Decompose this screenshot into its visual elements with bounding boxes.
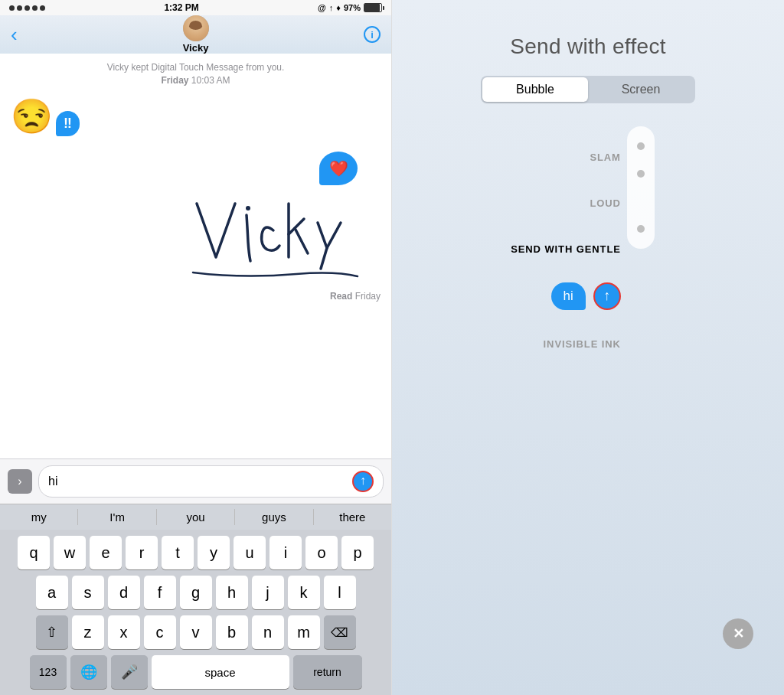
key-n[interactable]: n xyxy=(252,615,284,649)
info-button[interactable]: i xyxy=(364,26,381,43)
scroll-dot-invisible[interactable] xyxy=(637,225,645,233)
battery-icon xyxy=(364,3,382,12)
autocomplete-there[interactable]: there xyxy=(314,509,391,525)
avatar[interactable] xyxy=(183,15,209,41)
effects-labels: SLAM LOUD SEND WITH GENTLE hi ↑ xyxy=(511,126,621,367)
handwriting-area: ❤️ R xyxy=(11,152,381,302)
effect-slam[interactable]: SLAM xyxy=(590,134,620,180)
status-bar: 1:32 PM @ ↑ ♦ 97% xyxy=(0,0,391,15)
key-f[interactable]: f xyxy=(144,576,176,609)
key-w[interactable]: w xyxy=(54,536,86,569)
exclaim-text: ‼ xyxy=(64,116,72,132)
effect-loud[interactable]: LOUD xyxy=(590,180,620,226)
signal-dots xyxy=(9,5,45,11)
key-c[interactable]: c xyxy=(144,615,176,649)
key-y[interactable]: y xyxy=(198,536,230,569)
key-r[interactable]: r xyxy=(126,536,158,569)
cancel-area: ✕ xyxy=(723,618,769,672)
autocomplete-guys[interactable]: guys xyxy=(235,509,313,525)
globe-key[interactable]: 🌐 xyxy=(70,655,107,689)
space-key[interactable]: space xyxy=(152,655,289,689)
key-e[interactable]: e xyxy=(90,536,122,569)
key-q[interactable]: q xyxy=(18,536,50,569)
key-j[interactable]: j xyxy=(252,576,284,609)
message-input[interactable]: hi xyxy=(48,475,352,488)
invisible-ink-label: INVISIBLE INK xyxy=(544,338,621,350)
shift-key[interactable]: ⇧ xyxy=(36,615,68,649)
return-key[interactable]: return xyxy=(293,655,362,689)
input-area: › hi ↑ xyxy=(0,458,391,504)
system-message: Vicky kept Digital Touch Message from yo… xyxy=(11,61,381,87)
key-h[interactable]: h xyxy=(216,576,248,609)
sad-emoji: 😒 xyxy=(11,96,53,136)
key-v[interactable]: v xyxy=(180,615,212,649)
status-time: 1:32 PM xyxy=(164,2,198,13)
key-s[interactable]: s xyxy=(72,576,104,609)
scroll-dot-loud[interactable] xyxy=(637,170,645,178)
send-button[interactable]: ↑ xyxy=(352,471,374,492)
key-d[interactable]: d xyxy=(108,576,140,609)
cancel-button[interactable]: ✕ xyxy=(723,618,753,649)
apps-button[interactable]: › xyxy=(8,469,32,494)
messages-area: Vicky kept Digital Touch Message from yo… xyxy=(0,54,391,458)
nav-center: Vicky xyxy=(183,15,209,54)
key-x[interactable]: x xyxy=(108,615,140,649)
key-z[interactable]: z xyxy=(72,615,104,649)
effect-title: Send with effect xyxy=(510,34,666,59)
svg-point-0 xyxy=(246,206,250,210)
send-effect-arrow: ↑ xyxy=(603,288,610,304)
key-t[interactable]: t xyxy=(162,536,194,569)
battery-percent: 97% xyxy=(344,3,361,12)
segment-control: Bubble Screen xyxy=(481,76,695,103)
key-l[interactable]: l xyxy=(324,576,356,609)
key-k[interactable]: k xyxy=(288,576,320,609)
mic-key[interactable]: 🎤 xyxy=(111,655,148,689)
keyboard-row-1: q w e r t y u i o p xyxy=(3,536,388,569)
autocomplete-my[interactable]: my xyxy=(0,509,78,525)
effects-panel: Send with effect Bubble Screen SLAM LOUD xyxy=(392,0,784,695)
numbers-key[interactable]: 123 xyxy=(30,655,67,689)
autocomplete-bar: my I'm you guys there xyxy=(0,504,391,530)
key-u[interactable]: u xyxy=(234,536,266,569)
contact-name: Vicky xyxy=(183,42,209,54)
scrollbar-track xyxy=(627,126,655,249)
cancel-icon: ✕ xyxy=(733,625,744,642)
effects-main: SLAM LOUD SEND WITH GENTLE hi ↑ xyxy=(392,126,784,618)
bubble-text: hi xyxy=(564,289,573,303)
emoji-message-row: 😒 ‼ xyxy=(11,96,381,136)
effect-gentle[interactable]: SEND WITH GENTLE xyxy=(511,226,621,272)
location-icon: @ xyxy=(318,3,326,12)
keyboard-row-4: 123 🌐 🎤 space return xyxy=(3,655,388,689)
tab-bubble[interactable]: Bubble xyxy=(482,77,588,102)
delete-key[interactable]: ⌫ xyxy=(324,615,356,649)
alarm-icon: ♦ xyxy=(336,3,341,12)
key-p[interactable]: p xyxy=(341,536,374,569)
key-m[interactable]: m xyxy=(288,615,320,649)
key-o[interactable]: o xyxy=(305,536,338,569)
back-button[interactable]: ‹ xyxy=(11,23,18,47)
hi-bubble: hi xyxy=(551,282,586,310)
key-g[interactable]: g xyxy=(180,576,212,609)
gentle-label: SEND WITH GENTLE xyxy=(511,243,621,255)
tab-screen[interactable]: Screen xyxy=(588,77,694,102)
key-a[interactable]: a xyxy=(36,576,68,609)
autocomplete-im[interactable]: I'm xyxy=(78,509,156,525)
scroll-dot-slam[interactable] xyxy=(637,142,645,150)
loud-label: LOUD xyxy=(590,197,620,209)
read-label: Read xyxy=(330,291,352,302)
send-arrow-icon: ↑ xyxy=(360,474,366,488)
scroll-dot-gentle[interactable] xyxy=(637,197,645,205)
avatar-image xyxy=(183,15,209,41)
key-i[interactable]: i xyxy=(270,536,302,569)
bubble-preview-row: hi ↑ xyxy=(511,272,621,321)
effect-invisible-ink[interactable]: INVISIBLE INK xyxy=(544,321,621,367)
key-b[interactable]: b xyxy=(216,615,248,649)
info-icon: i xyxy=(371,29,374,41)
keyboard-row-3: ⇧ z x c v b n m ⌫ xyxy=(3,615,388,649)
send-effect-button[interactable]: ↑ xyxy=(593,282,621,310)
vicky-handwriting xyxy=(181,188,381,288)
system-msg-time: Friday 10:03 AM xyxy=(161,75,230,86)
autocomplete-you[interactable]: you xyxy=(157,509,235,525)
heart-emoji: ❤️ xyxy=(329,159,348,178)
heart-bubble: ❤️ xyxy=(319,152,358,185)
